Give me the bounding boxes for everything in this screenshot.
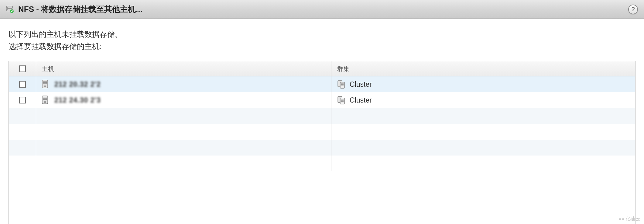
table-body: 212 20.32 2'2Cluster212 24.30 2'3Cluster — [9, 76, 635, 224]
instructions-line-1: 以下列出的主机未挂载数据存储。 — [9, 28, 635, 40]
svg-rect-19 — [44, 101, 46, 103]
cluster-name: Cluster — [350, 96, 372, 104]
svg-rect-24 — [341, 101, 344, 102]
table-row[interactable]: 212 20.32 2'2Cluster — [9, 76, 635, 92]
cluster-icon — [337, 96, 345, 105]
svg-rect-7 — [43, 82, 47, 83]
host-icon — [42, 96, 50, 105]
svg-rect-8 — [43, 83, 47, 84]
svg-rect-6 — [43, 81, 47, 82]
dialog-content: 以下列出的主机未挂载数据存储。 选择要挂载数据存储的主机: 主机 群集 212 … — [0, 19, 644, 224]
table-header: 主机 群集 — [9, 61, 635, 76]
table-row-empty — [9, 140, 635, 156]
table-row-empty — [9, 156, 635, 171]
watermark-text: 亿速云 — [626, 216, 640, 222]
hosts-table: 主机 群集 212 20.32 2'2Cluster212 24.30 2'3C… — [9, 61, 635, 224]
row-checkbox-cell[interactable] — [9, 76, 36, 92]
host-cell: 212 24.30 2'3 — [36, 92, 331, 108]
svg-rect-23 — [341, 100, 344, 101]
svg-point-3 — [7, 9, 8, 10]
select-all-header[interactable] — [9, 61, 36, 76]
cluster-column-header[interactable]: 群集 — [331, 61, 635, 76]
cluster-name: Cluster — [350, 80, 372, 89]
svg-point-2 — [7, 7, 8, 8]
table-row[interactable]: 212 24.30 2'3Cluster — [9, 92, 635, 108]
row-checkbox[interactable] — [19, 81, 26, 88]
datastore-icon — [6, 5, 14, 13]
host-cell: 212 20.32 2'2 — [36, 76, 331, 92]
svg-rect-16 — [43, 97, 47, 97]
instructions-line-2: 选择要挂载数据存储的主机: — [9, 40, 635, 52]
svg-rect-9 — [44, 86, 46, 87]
host-icon — [42, 80, 50, 89]
table-row-empty — [9, 124, 635, 140]
host-column-header[interactable]: 主机 — [36, 61, 331, 76]
cluster-cell: Cluster — [331, 92, 635, 108]
watermark: 亿速云 — [619, 216, 640, 222]
cluster-cell: Cluster — [331, 76, 635, 92]
row-checkbox-cell[interactable] — [9, 92, 36, 108]
svg-rect-14 — [341, 86, 344, 86]
instructions: 以下列出的主机未挂载数据存储。 选择要挂载数据存储的主机: — [9, 28, 635, 52]
dialog-titlebar: NFS - 将数据存储挂载至其他主机... ? — [0, 0, 644, 19]
svg-rect-22 — [341, 99, 344, 100]
svg-rect-18 — [43, 99, 47, 100]
dialog-title: NFS - 将数据存储挂载至其他主机... — [18, 4, 628, 15]
svg-rect-12 — [341, 83, 344, 84]
help-button[interactable]: ? — [628, 5, 638, 14]
cluster-icon — [337, 80, 345, 89]
table-row-empty — [9, 108, 635, 124]
host-name: 212 20.32 2'2 — [54, 80, 101, 89]
watermark-dots-icon — [619, 218, 621, 220]
svg-rect-17 — [43, 98, 47, 99]
select-all-checkbox[interactable] — [19, 65, 26, 72]
row-checkbox[interactable] — [19, 97, 26, 103]
mount-nfs-dialog: NFS - 将数据存储挂载至其他主机... ? 以下列出的主机未挂载数据存储。 … — [0, 0, 644, 224]
svg-rect-13 — [341, 84, 344, 85]
host-name: 212 24.30 2'3 — [54, 96, 101, 104]
